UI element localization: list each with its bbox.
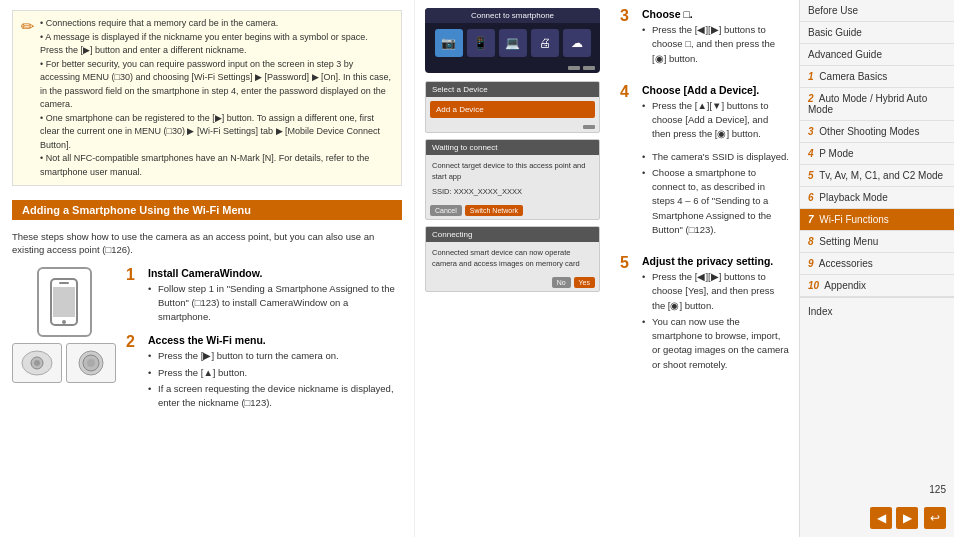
sidebar-item-basic-guide[interactable]: Basic Guide: [800, 22, 954, 44]
device-img-2: [66, 343, 116, 383]
next-page-button[interactable]: ▶: [896, 507, 918, 529]
left-panel: ✏ • Connections require that a memory ca…: [0, 0, 415, 537]
return-button[interactable]: ↩: [924, 507, 946, 529]
yes-button[interactable]: Yes: [574, 277, 595, 288]
wifi-label: Wi-Fi Functions: [819, 214, 888, 225]
phone-svg: [49, 277, 79, 327]
switch-network-button[interactable]: Switch Network: [465, 205, 523, 216]
appendix-num: 10: [808, 280, 819, 291]
step-3: 3 Choose □. Press the [◀][▶] buttons to …: [620, 8, 789, 68]
note-item-1: • Connections require that a memory card…: [40, 17, 393, 31]
svg-point-3: [62, 320, 66, 324]
right-panel-screens: Connect to smartphone 📷 📱 💻 🖨 ☁: [425, 8, 610, 529]
lens-svg: [71, 348, 111, 378]
note-item-3: • For better security, you can require p…: [40, 58, 393, 112]
sidebar-item-p-mode[interactable]: 4 P Mode: [800, 143, 954, 165]
camera-basics-label: Camera Basics: [819, 71, 887, 82]
connect-smartphone-screen: Connect to smartphone 📷 📱 💻 🖨 ☁: [425, 8, 600, 73]
right-panel-steps: 3 Choose □. Press the [◀][▶] buttons to …: [620, 8, 789, 529]
step-4-title: Choose [Add a Device].: [642, 84, 789, 96]
select-screen-bottom: [426, 122, 599, 132]
step-2: 2 Access the Wi-Fi menu. Press the [▶] b…: [126, 334, 402, 412]
connect-screen-header: Connect to smartphone: [425, 8, 600, 23]
index-label: Index: [808, 306, 832, 317]
svg-rect-2: [53, 287, 75, 317]
svg-rect-1: [59, 282, 69, 284]
sidebar-item-accessories[interactable]: 9 Accessories: [800, 253, 954, 275]
device-images-row: [12, 343, 116, 383]
note-item-2: • A message is displayed if the nickname…: [40, 31, 393, 58]
playback-label: Playback Mode: [819, 192, 887, 203]
nav-buttons: ◀ ▶ ↩: [800, 499, 954, 537]
auto-mode-num: 2: [808, 93, 814, 104]
sidebar-item-before-use[interactable]: Before Use: [800, 0, 954, 22]
appendix-label: Appendix: [824, 280, 866, 291]
connecting-screen: Connecting Connected smart device can no…: [425, 226, 600, 293]
steps-1-2-container: 1 Install CameraWindow. Follow step 1 in…: [12, 267, 402, 421]
step-5-content: Adjust the privacy setting. Press the [◀…: [642, 255, 789, 374]
add-device-item: Add a Device: [430, 101, 595, 118]
notes-content: • Connections require that a memory card…: [40, 17, 393, 179]
sidebar-item-auto-mode[interactable]: 2 Auto Mode / Hybrid Auto Mode: [800, 88, 954, 121]
sidebar-item-appendix[interactable]: 10 Appendix: [800, 275, 954, 297]
step-1-content: Install CameraWindow. Follow step 1 in "…: [148, 267, 402, 327]
note-item-4: • One smartphone can be registered to th…: [40, 112, 393, 153]
cam-icon-cloud: ☁: [563, 29, 591, 57]
connecting-screen-body: Connected smart device can now operate c…: [426, 242, 599, 275]
camera-basics-num: 1: [808, 71, 814, 82]
step-4-extra: The camera's SSID is displayed. Choose a…: [642, 150, 789, 238]
step-1-number: 1: [126, 267, 142, 327]
advanced-guide-label: Advanced Guide: [808, 49, 882, 60]
cam-icon-print: 🖨: [531, 29, 559, 57]
step-1-title: Install CameraWindow.: [148, 267, 402, 279]
sidebar-item-tv-av[interactable]: 5 Tv, Av, M, C1, and C2 Mode: [800, 165, 954, 187]
setting-menu-label: Setting Menu: [819, 236, 878, 247]
waiting-screen: Waiting to connect Connect target device…: [425, 139, 600, 220]
section-heading: Adding a Smartphone Using the Wi-Fi Menu: [12, 200, 402, 220]
wifi-num: 7: [808, 214, 814, 225]
step-5-title: Adjust the privacy setting.: [642, 255, 789, 267]
mini-bar-2: [583, 66, 595, 70]
sidebar-item-camera-basics[interactable]: 1 Camera Basics: [800, 66, 954, 88]
sidebar-item-shooting-modes[interactable]: 3 Other Shooting Modes: [800, 121, 954, 143]
step-2-body: Press the [▶] button to turn the camera …: [148, 349, 402, 410]
sidebar-item-index[interactable]: Index: [808, 304, 946, 319]
device-img-1: [12, 343, 62, 383]
sidebar-item-setting-menu[interactable]: 8 Setting Menu: [800, 231, 954, 253]
cam-icon-laptop: 💻: [499, 29, 527, 57]
svg-point-6: [34, 360, 40, 366]
sidebar-item-advanced-guide[interactable]: Advanced Guide: [800, 44, 954, 66]
no-button[interactable]: No: [552, 277, 571, 288]
step-5-body: Press the [◀][▶] buttons to choose [Yes]…: [642, 270, 789, 372]
cancel-button[interactable]: Cancel: [430, 205, 462, 216]
auto-mode-label: Auto Mode / Hybrid Auto Mode: [808, 93, 927, 115]
p-mode-num: 4: [808, 148, 814, 159]
step-1: 1 Install CameraWindow. Follow step 1 in…: [126, 267, 402, 327]
shooting-num: 3: [808, 126, 814, 137]
basic-guide-label: Basic Guide: [808, 27, 862, 38]
sidebar-footer: Index: [800, 297, 954, 325]
step-4-number: 4: [620, 84, 636, 239]
step-5: 5 Adjust the privacy setting. Press the …: [620, 255, 789, 374]
tv-av-num: 5: [808, 170, 814, 181]
step-5-number: 5: [620, 255, 636, 374]
waiting-screen-body: Connect target device to this access poi…: [426, 155, 599, 202]
shooting-label: Other Shooting Modes: [819, 126, 919, 137]
page-number: 125: [800, 484, 954, 499]
content-row: ✏ • Connections require that a memory ca…: [0, 0, 954, 537]
step-2-number: 2: [126, 334, 142, 412]
prev-page-button[interactable]: ◀: [870, 507, 892, 529]
svg-point-9: [87, 359, 95, 367]
sidebar-item-wifi[interactable]: 7 Wi-Fi Functions: [800, 209, 954, 231]
right-panel: Connect to smartphone 📷 📱 💻 🖨 ☁: [415, 0, 799, 537]
steps-1-2-text: 1 Install CameraWindow. Follow step 1 in…: [126, 267, 402, 421]
select-mini-bar: [583, 125, 595, 129]
step-3-content: Choose □. Press the [◀][▶] buttons to ch…: [642, 8, 789, 68]
mini-bar-1: [568, 66, 580, 70]
step-2-title: Access the Wi-Fi menu.: [148, 334, 402, 346]
step-3-body: Press the [◀][▶] buttons to choose □, an…: [642, 23, 789, 66]
accessories-label: Accessories: [819, 258, 873, 269]
step-4: 4 Choose [Add a Device]. Press the [▲][▼…: [620, 84, 789, 239]
select-device-screen: Select a Device Add a Device: [425, 81, 600, 133]
sidebar-item-playback[interactable]: 6 Playback Mode: [800, 187, 954, 209]
